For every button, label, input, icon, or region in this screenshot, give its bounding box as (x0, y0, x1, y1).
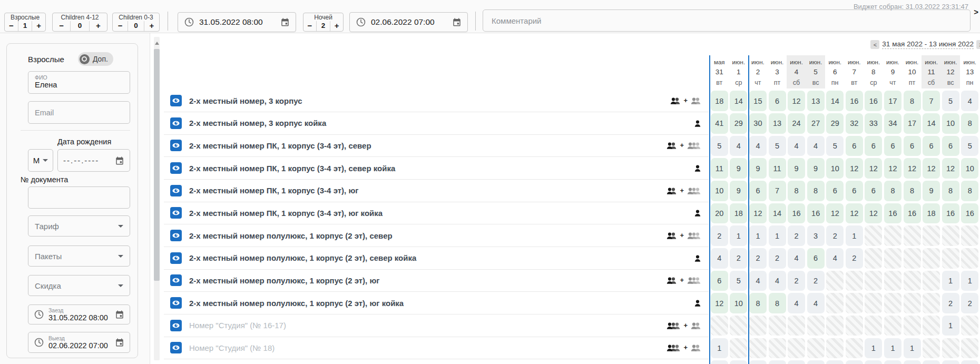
availability-cell[interactable]: 9 (788, 158, 805, 179)
availability-cell[interactable]: 6 (826, 181, 844, 201)
availability-cell[interactable]: 2 (730, 248, 747, 269)
availability-cell[interactable]: 12 (846, 203, 863, 224)
availability-cell[interactable]: 5 (769, 136, 786, 156)
availability-cell[interactable]: 10 (826, 158, 844, 179)
availability-cell[interactable]: 16 (846, 91, 863, 111)
availability-cell[interactable] (923, 225, 940, 246)
availability-cell[interactable]: 2 (788, 225, 805, 246)
availability-cell[interactable]: 9 (807, 158, 825, 179)
availability-cell[interactable]: 2 (846, 360, 863, 364)
availability-cell[interactable]: 8 (788, 181, 805, 201)
availability-cell[interactable] (788, 316, 805, 336)
visibility-icon[interactable] (170, 274, 182, 286)
email-field[interactable]: Email (28, 101, 130, 124)
availability-cell[interactable]: 5 (961, 136, 978, 156)
availability-cell[interactable]: 15 (749, 91, 767, 111)
availability-cell[interactable]: 4 (730, 136, 747, 156)
availability-cell[interactable]: 6 (846, 181, 863, 201)
availability-cell[interactable]: 27 (807, 113, 825, 134)
visibility-icon[interactable] (170, 207, 182, 219)
availability-cell[interactable]: 14 (769, 203, 786, 224)
availability-cell[interactable]: 1 (942, 271, 959, 291)
availability-cell[interactable]: 29 (826, 113, 844, 134)
availability-cell[interactable] (961, 316, 978, 336)
availability-cell[interactable] (904, 316, 921, 336)
availability-cell[interactable] (826, 338, 844, 359)
availability-cell[interactable]: 13 (769, 113, 786, 134)
availability-cell[interactable] (826, 316, 844, 336)
availability-cell[interactable]: 12 (865, 203, 882, 224)
availability-cell[interactable]: 5 (711, 136, 728, 156)
availability-cell[interactable]: 2 (961, 360, 978, 364)
availability-cell[interactable]: 1 (846, 225, 863, 246)
availability-cell[interactable]: 6 (846, 136, 863, 156)
availability-cell[interactable]: 20 (711, 203, 728, 224)
range-next-button[interactable]: > (976, 40, 980, 49)
availability-cell[interactable]: 32 (846, 113, 863, 134)
availability-cell[interactable]: 4 (788, 248, 805, 269)
availability-cell[interactable]: 8 (904, 181, 921, 201)
nights-minus-button[interactable]: − (303, 21, 316, 31)
tariff-select[interactable]: Тариф (28, 215, 130, 237)
availability-cell[interactable]: 6 (865, 181, 882, 201)
availability-cell[interactable]: 2 (749, 248, 767, 269)
visibility-icon[interactable] (170, 117, 182, 129)
availability-cell[interactable] (942, 225, 959, 246)
availability-cell[interactable]: 2 (865, 360, 882, 364)
availability-cell[interactable]: 1 (961, 271, 978, 291)
packages-select[interactable]: Пакеты (28, 245, 130, 267)
availability-cell[interactable]: 34 (884, 113, 901, 134)
availability-cell[interactable]: 2 (711, 225, 728, 246)
availability-cell[interactable] (846, 316, 863, 336)
availability-cell[interactable]: 2 (788, 271, 805, 291)
nights-plus-button[interactable]: + (330, 21, 343, 31)
availability-cell[interactable]: 6 (884, 136, 901, 156)
availability-cell[interactable]: 16 (942, 203, 959, 224)
availability-cell[interactable]: 4 (788, 293, 805, 313)
availability-cell[interactable] (807, 316, 825, 336)
availability-cell[interactable]: 12 (865, 158, 882, 179)
availability-cell[interactable]: 17 (884, 91, 901, 111)
availability-cell[interactable]: 2 (769, 360, 786, 364)
availability-cell[interactable]: 12 (923, 158, 940, 179)
availability-cell[interactable]: 2 (769, 248, 786, 269)
children-0-3-minus-button[interactable]: − (113, 21, 128, 31)
availability-cell[interactable]: 1 (865, 338, 882, 359)
availability-cell[interactable]: 18 (923, 203, 940, 224)
availability-cell[interactable]: 12 (788, 91, 805, 111)
calendar-icon[interactable] (452, 17, 462, 27)
availability-cell[interactable] (846, 293, 863, 313)
availability-cell[interactable]: 5 (730, 271, 747, 291)
children-4-12-minus-button[interactable]: − (53, 21, 70, 31)
visibility-icon[interactable] (170, 342, 182, 353)
availability-cell[interactable]: 9 (749, 158, 767, 179)
availability-cell[interactable]: 16 (884, 203, 901, 224)
availability-cell[interactable]: 16 (865, 91, 882, 111)
availability-cell[interactable]: 18 (711, 91, 728, 111)
availability-cell[interactable]: 16 (807, 203, 825, 224)
availability-cell[interactable]: 6 (942, 136, 959, 156)
availability-cell[interactable]: 3 (807, 225, 825, 246)
checkout-datetime-field[interactable]: 02.06.2022 07:00 (349, 12, 468, 32)
availability-cell[interactable] (865, 316, 882, 336)
availability-cell[interactable]: 8 (904, 91, 921, 111)
availability-cell[interactable]: 2 (923, 360, 940, 364)
availability-cell[interactable]: 4 (807, 293, 825, 313)
availability-cell[interactable]: 5 (826, 136, 844, 156)
extra-guest-chip[interactable]: Доп. (78, 52, 113, 66)
availability-cell[interactable] (923, 316, 940, 336)
availability-cell[interactable]: 1 (749, 225, 767, 246)
expand-chevron-icon[interactable]: > (974, 7, 978, 16)
availability-cell[interactable]: 6 (769, 91, 786, 111)
availability-cell[interactable]: 1 (942, 316, 959, 336)
availability-cell[interactable] (865, 225, 882, 246)
availability-cell[interactable]: 12 (904, 158, 921, 179)
availability-cell[interactable]: 33 (865, 113, 882, 134)
calendar-icon[interactable] (115, 156, 124, 165)
availability-cell[interactable]: 9 (730, 158, 747, 179)
availability-cell[interactable]: 8 (807, 181, 825, 201)
availability-cell[interactable]: 4 (826, 248, 844, 269)
availability-cell[interactable] (865, 271, 882, 291)
availability-cell[interactable]: 8 (769, 293, 786, 313)
availability-cell[interactable]: 4 (711, 248, 728, 269)
